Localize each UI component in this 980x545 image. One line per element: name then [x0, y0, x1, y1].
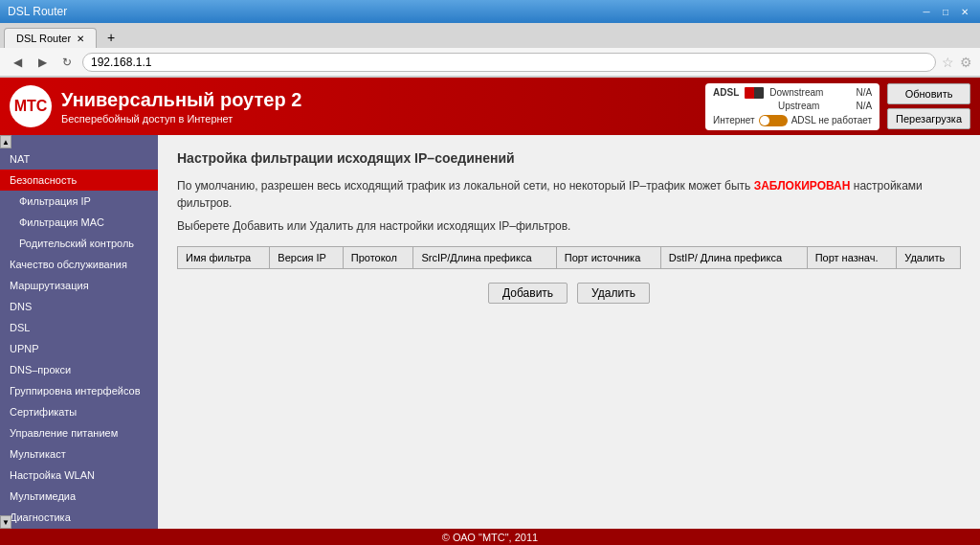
- description1: По умолчанию, разрешен весь исходящий тр…: [177, 177, 961, 212]
- filter-table: Имя фильтраВерсия IPПротоколSrcIP/Длина …: [177, 246, 961, 269]
- url-input[interactable]: [82, 53, 936, 72]
- flag-icon: [745, 87, 764, 99]
- sidebar-item[interactable]: Мультикаст: [0, 443, 158, 465]
- forward-btn[interactable]: ▶: [33, 53, 52, 72]
- sidebar-items: NATБезопасностьФильтрация IPФильтрация M…: [0, 148, 158, 528]
- description2: Выберете Добавить или Удалить для настро…: [177, 219, 961, 233]
- browser-chrome: DSL Router ─ □ ✕ DSL Router ✕ + ◀ ▶ ↻ ☆ …: [0, 0, 980, 78]
- title-bar: DSL Router ─ □ ✕: [0, 0, 980, 23]
- header-status: ADSL Downstream N/A Upstream N/A Интерне…: [705, 83, 970, 130]
- sidebar-item[interactable]: Управление питанием: [0, 422, 158, 443]
- footer: © ОАО "МТС", 2011: [0, 529, 980, 545]
- indicator-dot: [760, 116, 769, 125]
- router-title: Универсальный роутер 2: [61, 89, 301, 111]
- title-bar-controls: ─ □ ✕: [919, 4, 972, 19]
- adsl-status: ADSL не работает: [791, 115, 872, 125]
- table-header-cell: Протокол: [343, 247, 413, 269]
- maximize-btn[interactable]: □: [938, 4, 953, 19]
- sidebar-item[interactable]: UPNP: [0, 338, 158, 359]
- table-header-cell: Имя фильтра: [178, 247, 270, 269]
- sidebar-item[interactable]: DNS–прокси: [0, 359, 158, 380]
- back-btn[interactable]: ◀: [8, 53, 27, 72]
- internet-row: Интернет ADSL не работает: [713, 115, 872, 126]
- sidebar-item[interactable]: Фильтрация IP: [0, 191, 158, 212]
- reload-btn[interactable]: ↻: [57, 53, 77, 72]
- sidebar-item[interactable]: NAT: [0, 148, 158, 170]
- button-row: Добавить Удалить: [177, 283, 961, 304]
- table-header-cell: Удалить: [897, 247, 961, 269]
- upstream-label: Upstream: [778, 101, 819, 111]
- upstream-val: N/A: [856, 101, 872, 111]
- table-header-cell: SrcIP/Длина префикса: [413, 247, 556, 269]
- bookmark-icon[interactable]: ☆: [942, 55, 954, 70]
- sidebar-item[interactable]: DSL: [0, 317, 158, 338]
- table-header-cell: Версия IP: [270, 247, 343, 269]
- adsl-row: ADSL Downstream N/A: [713, 87, 872, 99]
- tab-label: DSL Router: [16, 33, 71, 44]
- desc1-before: По умолчанию, разрешен весь исходящий тр…: [177, 179, 754, 193]
- tab-close-btn[interactable]: ✕: [77, 34, 84, 44]
- sidebar-item[interactable]: DNS: [0, 296, 158, 317]
- desc1-blocked: ЗАБЛОКИРОВАН: [754, 179, 851, 193]
- close-btn[interactable]: ✕: [957, 4, 972, 19]
- scroll-up-btn[interactable]: ▲: [0, 135, 11, 148]
- downstream-val: N/A: [856, 87, 872, 98]
- sidebar: ▲ NATБезопасностьФильтрация IPФильтрация…: [0, 135, 158, 529]
- table-header-cell: DstIP/ Длина префикса: [660, 247, 807, 269]
- router-header: МТС Универсальный роутер 2 Бесперебойный…: [0, 78, 980, 135]
- sidebar-item[interactable]: Родительский контроль: [0, 233, 158, 254]
- address-bar: ◀ ▶ ↻ ☆ ⚙: [0, 48, 980, 77]
- sidebar-item[interactable]: Мультимедиа: [0, 486, 158, 507]
- delete-btn[interactable]: Удалить: [577, 283, 650, 304]
- add-btn[interactable]: Добавить: [488, 283, 568, 304]
- scroll-down-btn[interactable]: ▼: [0, 515, 11, 529]
- browser-title: DSL Router: [8, 5, 67, 18]
- adsl-label: ADSL: [713, 87, 739, 98]
- upstream-row: Upstream N/A: [713, 101, 872, 111]
- header-title: Универсальный роутер 2 Бесперебойный дос…: [61, 89, 301, 125]
- table-header-row: Имя фильтраВерсия IPПротоколSrcIP/Длина …: [178, 247, 961, 269]
- sidebar-item[interactable]: Фильтрация MAC: [0, 212, 158, 233]
- router-subtitle: Бесперебойный доступ в Интернет: [61, 113, 301, 125]
- sidebar-item[interactable]: Диагностика: [0, 507, 158, 528]
- table-header-cell: Порт назнач.: [807, 247, 897, 269]
- tab-bar: DSL Router ✕ +: [0, 23, 980, 48]
- internet-label: Интернет: [713, 115, 755, 125]
- main-area: ▲ NATБезопасностьФильтрация IPФильтрация…: [0, 135, 980, 529]
- refresh-block: Обновить Перезагрузка: [887, 83, 970, 129]
- logo-text: МТС: [14, 98, 48, 115]
- downstream-label: Downstream: [769, 87, 823, 98]
- router-ui: МТС Универсальный роутер 2 Бесперебойный…: [0, 78, 980, 545]
- adsl-block: ADSL Downstream N/A Upstream N/A Интерне…: [705, 83, 880, 130]
- table-header-cell: Порт источника: [556, 247, 660, 269]
- internet-indicator: [759, 115, 788, 126]
- footer-text: © ОАО "МТС", 2011: [442, 532, 538, 543]
- active-tab[interactable]: DSL Router ✕: [4, 28, 97, 48]
- new-tab-btn[interactable]: +: [100, 27, 122, 48]
- sidebar-item[interactable]: Качество обслуживания: [0, 254, 158, 275]
- settings-icon[interactable]: ⚙: [960, 55, 972, 70]
- sidebar-item[interactable]: Сертификаты: [0, 401, 158, 422]
- main-content: Настройка фильтрации исходящих IP–соедин…: [158, 135, 980, 529]
- reboot-btn[interactable]: Перезагрузка: [887, 108, 970, 129]
- sidebar-item[interactable]: Безопасность: [0, 170, 158, 191]
- minimize-btn[interactable]: ─: [919, 4, 934, 19]
- logo-circle: МТС: [10, 85, 52, 127]
- sidebar-item[interactable]: Группировна интерфейсов: [0, 380, 158, 401]
- sidebar-item[interactable]: Маршрутизация: [0, 275, 158, 296]
- sidebar-item[interactable]: Настройка WLAN: [0, 465, 158, 486]
- refresh-btn[interactable]: Обновить: [887, 83, 970, 104]
- page-title: Настройка фильтрации исходящих IP–соедин…: [177, 150, 961, 166]
